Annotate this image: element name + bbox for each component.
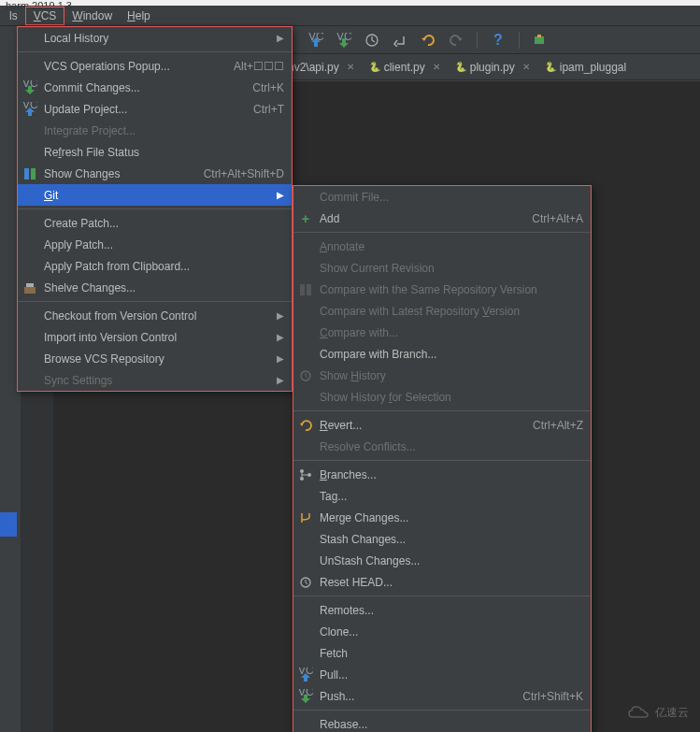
vcs-commit-icon[interactable]: VCS bbox=[336, 33, 351, 48]
menu-browse[interactable]: Browse VCS Repository▶ bbox=[18, 348, 292, 369]
chevron-right-icon: ▶ bbox=[277, 33, 284, 43]
reset-icon bbox=[298, 575, 313, 590]
menu-resolve: Resolve Conflicts... bbox=[293, 436, 591, 457]
branch-icon bbox=[298, 467, 313, 482]
vcs-commit-icon: VCS bbox=[22, 80, 37, 95]
menu-clone[interactable]: Clone... bbox=[293, 621, 591, 642]
menu-cmp-with: Compare with... bbox=[293, 322, 591, 343]
tool-window-stripe[interactable] bbox=[0, 512, 17, 537]
git-submenu: Commit File... +AddCtrl+Alt+A Annotate S… bbox=[293, 185, 592, 732]
svg-rect-9 bbox=[24, 287, 36, 294]
python-icon: 🐍 bbox=[545, 62, 556, 72]
menu-update[interactable]: VCSUpdate Project...Ctrl+T bbox=[18, 98, 292, 120]
separator bbox=[18, 51, 292, 52]
menu-vcs-ops[interactable]: VCS Operations Popup...Alt+☐☐☐ bbox=[18, 55, 292, 77]
chevron-right-icon: ▶ bbox=[277, 375, 284, 385]
vcs-update-icon[interactable]: VCS bbox=[308, 33, 323, 48]
svg-rect-10 bbox=[26, 283, 34, 287]
menu-fetch[interactable]: Fetch bbox=[293, 642, 591, 664]
menu-cmp-same: Compare with the Same Repository Version bbox=[293, 279, 591, 300]
menu-stash[interactable]: Stash Changes... bbox=[293, 528, 591, 550]
python-icon: 🐍 bbox=[455, 62, 466, 72]
tab-plugin[interactable]: 🐍plugin.py✕ bbox=[448, 54, 537, 79]
cloud-icon bbox=[627, 704, 650, 721]
history-icon bbox=[298, 368, 313, 383]
svg-rect-3 bbox=[535, 36, 544, 44]
diff-icon bbox=[298, 282, 313, 297]
menu-checkout[interactable]: Checkout from Version Control▶ bbox=[18, 305, 292, 326]
menu-apply-patch[interactable]: Apply Patch... bbox=[18, 234, 292, 255]
separator bbox=[18, 208, 292, 209]
menu-tag[interactable]: Tag... bbox=[293, 485, 591, 507]
separator bbox=[293, 460, 591, 461]
svg-rect-7 bbox=[24, 168, 29, 179]
separator bbox=[293, 596, 591, 596]
tab-client[interactable]: 🐍client.py✕ bbox=[362, 54, 448, 79]
separator bbox=[293, 410, 591, 411]
redo-icon[interactable] bbox=[449, 33, 464, 48]
menu-create-patch[interactable]: Create Patch... bbox=[18, 212, 292, 234]
svg-point-14 bbox=[300, 469, 304, 473]
close-icon[interactable]: ✕ bbox=[433, 62, 440, 72]
svg-point-16 bbox=[307, 473, 311, 477]
menubar-item-window[interactable]: Window bbox=[64, 7, 120, 24]
vcs-update-icon: VCS bbox=[22, 102, 37, 117]
undo-icon[interactable] bbox=[421, 33, 436, 48]
python-icon: 🐍 bbox=[369, 62, 380, 72]
menu-refresh[interactable]: Refresh File Status bbox=[18, 141, 292, 163]
chevron-right-icon: ▶ bbox=[277, 310, 284, 321]
menu-branches[interactable]: Branches... bbox=[293, 464, 591, 485]
svg-rect-11 bbox=[300, 284, 305, 295]
menu-show-hist: Show History bbox=[293, 365, 591, 386]
menu-cmp-branch[interactable]: Compare with Branch... bbox=[293, 343, 591, 365]
menu-import[interactable]: Import into Version Control▶ bbox=[18, 326, 292, 348]
separator bbox=[293, 232, 591, 233]
help-icon[interactable]: ? bbox=[491, 33, 506, 48]
menu-add[interactable]: +AddCtrl+Alt+A bbox=[293, 208, 591, 229]
chevron-right-icon: ▶ bbox=[277, 332, 284, 342]
svg-rect-8 bbox=[31, 168, 36, 179]
merge-icon bbox=[298, 510, 313, 525]
menu-push[interactable]: VCSPush...Ctrl+Shift+K bbox=[293, 685, 591, 707]
menu-sync[interactable]: Sync Settings▶ bbox=[18, 369, 292, 391]
menu-show-changes[interactable]: Show ChangesCtrl+Alt+Shift+D bbox=[18, 163, 292, 184]
plus-icon: + bbox=[298, 211, 313, 226]
tab-api[interactable]: nv2\api.py✕ bbox=[280, 54, 362, 79]
separator bbox=[18, 301, 292, 302]
menu-cmp-latest: Compare with Latest Repository Version bbox=[293, 300, 591, 322]
close-icon[interactable]: ✕ bbox=[347, 62, 354, 72]
svg-rect-4 bbox=[537, 35, 541, 37]
vcs-menu: Local History▶ VCS Operations Popup...Al… bbox=[17, 26, 293, 392]
menu-commit[interactable]: VCSCommit Changes...Ctrl+K bbox=[18, 77, 292, 98]
svg-point-15 bbox=[300, 477, 304, 481]
vcs-pull-icon: VCS bbox=[298, 667, 313, 682]
menu-show-cur: Show Current Revision bbox=[293, 257, 591, 279]
revert-icon bbox=[298, 418, 313, 433]
menu-merge[interactable]: Merge Changes... bbox=[293, 507, 591, 528]
menu-annotate: Annotate bbox=[293, 236, 591, 257]
menu-remotes[interactable]: Remotes... bbox=[293, 599, 591, 621]
close-icon[interactable]: ✕ bbox=[522, 62, 530, 72]
menu-apply-clip[interactable]: Apply Patch from Clipboard... bbox=[18, 255, 292, 277]
chevron-right-icon: ▶ bbox=[277, 190, 284, 200]
menu-pull[interactable]: VCSPull... bbox=[293, 664, 591, 685]
menu-rebase[interactable]: Rebase... bbox=[293, 713, 591, 732]
watermark: 亿速云 bbox=[627, 704, 689, 721]
menu-git[interactable]: Git▶ bbox=[18, 184, 292, 206]
deploy-icon[interactable] bbox=[533, 33, 548, 48]
history-icon[interactable] bbox=[364, 33, 379, 48]
chevron-right-icon: ▶ bbox=[277, 353, 284, 364]
menu-reset[interactable]: Reset HEAD... bbox=[293, 571, 591, 593]
menubar: ls VCS Window Help bbox=[0, 6, 700, 26]
menubar-item-help[interactable]: Help bbox=[120, 7, 158, 24]
menu-shelve[interactable]: Shelve Changes... bbox=[18, 277, 292, 298]
tab-ipam[interactable]: 🐍ipam_pluggal bbox=[537, 54, 634, 79]
menu-local-history[interactable]: Local History▶ bbox=[18, 27, 292, 49]
rollback-icon[interactable] bbox=[393, 33, 407, 48]
menubar-item-vcs[interactable]: VCS bbox=[25, 7, 65, 25]
menu-unstash[interactable]: UnStash Changes... bbox=[293, 550, 591, 571]
shelve-icon bbox=[22, 280, 37, 295]
menubar-item-ls[interactable]: ls bbox=[2, 7, 25, 24]
vcs-push-icon: VCS bbox=[298, 689, 313, 704]
menu-revert[interactable]: Revert...Ctrl+Alt+Z bbox=[293, 414, 591, 436]
